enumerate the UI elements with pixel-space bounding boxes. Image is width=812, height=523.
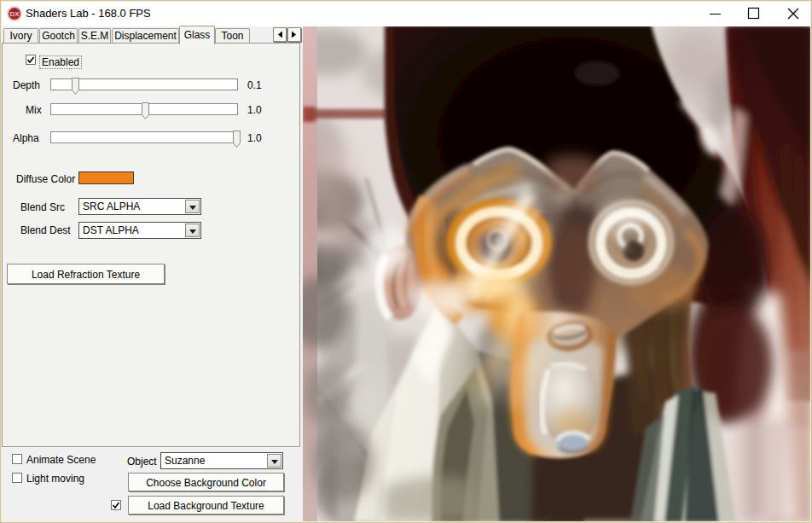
svg-text:DX: DX [9,10,20,18]
